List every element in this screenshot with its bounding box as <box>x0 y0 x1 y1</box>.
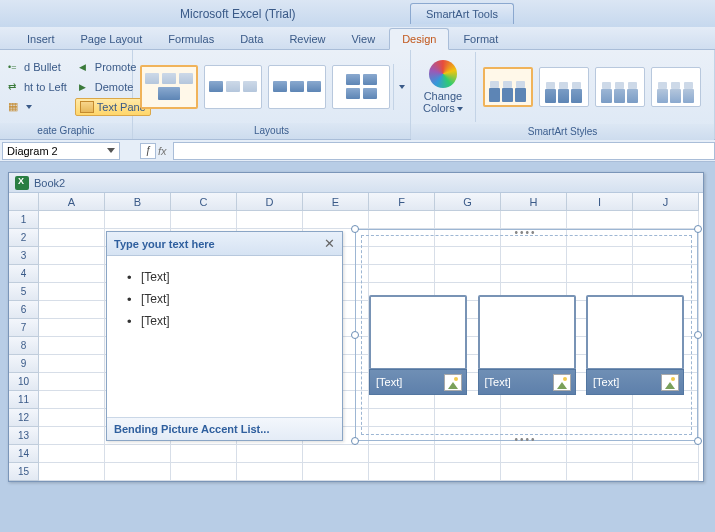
style-thumb-3[interactable] <box>595 67 645 107</box>
row-header[interactable]: 10 <box>9 373 39 391</box>
text-pane-header: Type your text here ✕ <box>107 232 342 256</box>
demote-icon <box>79 80 93 94</box>
row-header[interactable]: 12 <box>9 409 39 427</box>
group-create-graphic: d Bullet ht to Left Promote Demote Text … <box>0 50 133 139</box>
diagram-shape[interactable]: [Text] <box>586 295 684 395</box>
row-header[interactable]: 1 <box>9 211 39 229</box>
shape-caption[interactable]: [Text] <box>485 376 511 388</box>
row-header[interactable]: 3 <box>9 247 39 265</box>
title-bar: Microsoft Excel (Trial) SmartArt Tools <box>0 0 715 27</box>
change-colors-label2: Colors <box>423 102 455 114</box>
add-bullet-button[interactable]: d Bullet <box>4 58 71 76</box>
row-header[interactable]: 2 <box>9 229 39 247</box>
layout-thumb-1[interactable] <box>140 65 198 109</box>
style-thumb-2[interactable] <box>539 67 589 107</box>
layout-icon <box>8 100 22 114</box>
col-header[interactable]: B <box>105 193 171 211</box>
row-header[interactable]: 9 <box>9 355 39 373</box>
tab-formulas[interactable]: Formulas <box>156 29 226 49</box>
picture-placeholder[interactable] <box>586 295 684 370</box>
layout-thumb-2[interactable] <box>204 65 262 109</box>
row-header[interactable]: 13 <box>9 427 39 445</box>
style-thumb-1[interactable] <box>483 67 533 107</box>
resize-handle[interactable] <box>351 225 359 233</box>
workbook-titlebar[interactable]: Book2 <box>9 173 703 193</box>
formula-input[interactable] <box>173 142 715 160</box>
col-header[interactable]: D <box>237 193 303 211</box>
chevron-down-icon <box>107 148 115 153</box>
excel-icon <box>15 176 29 190</box>
chevron-down-icon <box>399 85 405 89</box>
col-header[interactable]: A <box>39 193 105 211</box>
col-header[interactable]: G <box>435 193 501 211</box>
right-to-left-button[interactable]: ht to Left <box>4 78 71 96</box>
column-headers: A B C D E F G H I J <box>39 193 699 211</box>
row-header[interactable]: 4 <box>9 265 39 283</box>
fx-button[interactable]: ƒ <box>140 143 156 159</box>
resize-handle[interactable] <box>694 331 702 339</box>
row-header[interactable]: 14 <box>9 445 39 463</box>
col-header[interactable]: C <box>171 193 237 211</box>
diagram-shape[interactable]: [Text] <box>478 295 576 395</box>
layout-thumb-4[interactable] <box>332 65 390 109</box>
shape-caption[interactable]: [Text] <box>593 376 619 388</box>
col-header[interactable]: E <box>303 193 369 211</box>
text-pane-item[interactable]: [Text] <box>125 310 324 332</box>
add-bullet-label: d Bullet <box>24 61 61 73</box>
resize-handle[interactable] <box>694 225 702 233</box>
text-pane-item[interactable]: [Text] <box>125 266 324 288</box>
contextual-tab-group: SmartArt Tools <box>410 0 514 27</box>
diagram-shape[interactable]: [Text] <box>369 295 467 395</box>
text-pane-icon <box>80 101 94 113</box>
cell-grid[interactable]: /* rows rendered below */ Type your text… <box>39 211 699 481</box>
change-colors-button[interactable]: Change Colors <box>415 56 471 118</box>
tab-page-layout[interactable]: Page Layout <box>69 29 155 49</box>
rotate-handle-icon[interactable]: •••• <box>515 227 537 238</box>
tab-data[interactable]: Data <box>228 29 275 49</box>
chevron-down-icon <box>457 107 463 111</box>
row-headers: 1 2 3 4 5 6 7 8 9 10 11 12 13 14 15 <box>9 211 39 481</box>
col-header[interactable]: F <box>369 193 435 211</box>
tab-format[interactable]: Format <box>451 29 510 49</box>
change-colors-label1: Change <box>424 90 463 102</box>
row-header[interactable]: 15 <box>9 463 39 481</box>
rotate-handle-icon[interactable]: •••• <box>515 434 537 445</box>
smartart-diagram[interactable]: •••• •••• [Text] [Tex <box>355 229 698 441</box>
picture-icon[interactable] <box>553 374 571 391</box>
row-header[interactable]: 7 <box>9 319 39 337</box>
picture-placeholder[interactable] <box>478 295 576 370</box>
tab-review[interactable]: Review <box>277 29 337 49</box>
picture-placeholder[interactable] <box>369 295 467 370</box>
row-header[interactable]: 8 <box>9 337 39 355</box>
row-header[interactable]: 5 <box>9 283 39 301</box>
col-header[interactable]: J <box>633 193 699 211</box>
col-header[interactable]: I <box>567 193 633 211</box>
select-all-corner[interactable] <box>9 193 39 211</box>
resize-handle[interactable] <box>351 331 359 339</box>
text-pane-item[interactable]: [Text] <box>125 288 324 310</box>
workspace: Book2 A B C D E F G H I J 1 2 3 4 <box>0 162 715 532</box>
resize-handle[interactable] <box>694 437 702 445</box>
workbook-window: Book2 A B C D E F G H I J 1 2 3 4 <box>8 172 704 482</box>
tab-design[interactable]: Design <box>389 28 449 50</box>
bullet-icon <box>8 60 22 74</box>
close-icon[interactable]: ✕ <box>324 236 335 251</box>
picture-icon[interactable] <box>444 374 462 391</box>
layout-thumb-3[interactable] <box>268 65 326 109</box>
resize-handle[interactable] <box>351 437 359 445</box>
tab-view[interactable]: View <box>339 29 387 49</box>
row-header[interactable]: 11 <box>9 391 39 409</box>
promote-label: Promote <box>95 61 137 73</box>
name-box[interactable]: Diagram 2 <box>2 142 120 160</box>
tab-insert[interactable]: Insert <box>15 29 67 49</box>
col-header[interactable]: H <box>501 193 567 211</box>
smartart-tools-label: SmartArt Tools <box>410 3 514 24</box>
style-thumb-4[interactable] <box>651 67 701 107</box>
picture-icon[interactable] <box>661 374 679 391</box>
layout-button[interactable] <box>4 98 71 116</box>
layouts-more-button[interactable] <box>393 64 408 110</box>
shape-caption[interactable]: [Text] <box>376 376 402 388</box>
row-header[interactable]: 6 <box>9 301 39 319</box>
text-pane-body[interactable]: [Text] [Text] [Text] <box>107 256 342 417</box>
text-pane-footer[interactable]: Bending Picture Accent List... <box>107 417 342 440</box>
